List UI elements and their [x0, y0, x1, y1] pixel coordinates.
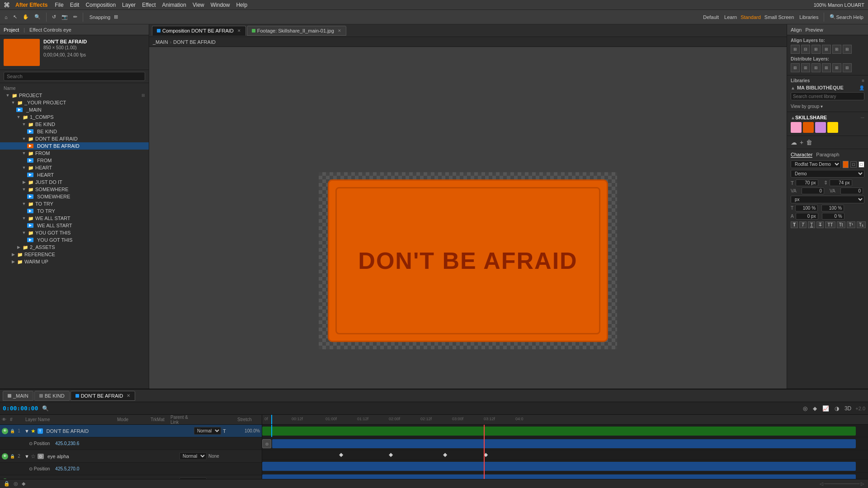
tree-item-be-kind-folder[interactable]: ▼ 📁 BE KIND — [0, 121, 149, 128]
breadcrumb-main[interactable]: _MAIN — [153, 39, 168, 45]
bold-btn[interactable]: T — [791, 221, 798, 228]
layer-row-2[interactable]: 👁 🔒 2 ▼ ☆ ⊙ eye alpha Normal None — [0, 450, 262, 463]
tree-item-we-all-start-comp[interactable]: ▶ WE ALL START — [0, 222, 149, 229]
paragraph-tab[interactable]: Paragraph — [816, 152, 839, 158]
tree-item-you-got-this-comp[interactable]: ▶ YOU GOT THIS — [0, 236, 149, 244]
swatch-yellow[interactable] — [827, 122, 838, 133]
snapping-toggle[interactable]: ⊞ — [112, 12, 120, 23]
font-color-btn1[interactable]: □ — [850, 161, 856, 168]
tl-graph-btn[interactable]: 📈 — [821, 405, 830, 412]
small-caps-btn[interactable]: Tt — [837, 221, 845, 228]
tl-search-btn[interactable]: 🔍 — [41, 405, 50, 412]
dist-btn4[interactable]: ⊞ — [822, 63, 831, 72]
menu-file[interactable]: File — [55, 2, 63, 8]
effect-controls-tab[interactable]: Effect Controls eye — [29, 27, 71, 33]
camera-tool[interactable]: 📷 — [60, 12, 70, 23]
layer-vis-2[interactable]: 👁 — [2, 453, 8, 460]
tree-item-somewhere-folder[interactable]: ▼ 📁 SOMEWHERE — [0, 186, 149, 193]
tl-status-icon1[interactable]: 🔒 — [4, 481, 10, 487]
library-search-input[interactable] — [791, 92, 864, 100]
layer-mode-1[interactable]: Normal — [194, 427, 221, 435]
preview-tab[interactable]: Preview — [805, 27, 823, 33]
font-name-select[interactable]: Rodfat Two Demo — [791, 160, 841, 168]
tl-tab-be-kind[interactable]: BE KIND — [34, 391, 70, 401]
track-bar-2[interactable] — [272, 439, 856, 448]
tree-item-heart-folder[interactable]: ▼ 📁 HEART — [0, 164, 149, 171]
tl-tab-main[interactable]: _MAIN — [3, 391, 33, 401]
project-tab[interactable]: Project — [4, 27, 19, 33]
tree-item-you-got-this-folder[interactable]: ▼ 📁 YOU GOT THIS — [0, 229, 149, 236]
swatch-purple[interactable] — [815, 122, 826, 133]
layer-mode-2[interactable]: Normal — [179, 452, 207, 460]
swatch-orange[interactable] — [803, 122, 814, 133]
breadcrumb-current[interactable]: DON'T BE AFRAID — [173, 39, 216, 45]
libraries-menu[interactable]: ≡ — [862, 78, 864, 83]
dist-btn2[interactable]: ⊞ — [801, 63, 810, 72]
menu-layer[interactable]: Layer — [122, 2, 136, 8]
tl-add-marker-btn[interactable]: ◆ — [811, 405, 818, 412]
tree-item-from-comp[interactable]: ▶ FROM — [0, 157, 149, 164]
kf-2-3[interactable]: ◆ — [443, 451, 447, 458]
layer-row-3[interactable]: 👁 🔒 3 ▼ ★ ⊙ pupil Normal Alpha — [0, 475, 262, 479]
kerning-input[interactable] — [840, 188, 863, 194]
tl-tab-dont-be-afraid[interactable]: DON'T BE AFRAID ✕ — [71, 391, 136, 401]
kf-2-1[interactable]: ◆ — [339, 451, 343, 458]
project-search-input[interactable] — [4, 72, 145, 81]
font-color-btn2[interactable]: □ — [859, 161, 864, 168]
tl-status-icon3[interactable]: ◆ — [22, 481, 25, 487]
tree-item-to-try-folder[interactable]: ▼ 📁 TO TRY — [0, 200, 149, 207]
search-help-btn[interactable]: 🔍 Search Help — [828, 12, 865, 23]
layer-row-1[interactable]: 👁 🔒 1 ▼ ★ T DON'T BE AFRAID Normal T 100… — [0, 425, 262, 437]
tl-timecode[interactable]: 0:00:00:00 — [3, 405, 38, 412]
menu-effect[interactable]: Effect — [142, 2, 156, 8]
skillshare-expand[interactable]: ▲ — [791, 115, 795, 120]
dist-btn1[interactable]: ⊞ — [791, 63, 800, 72]
tree-item-assets[interactable]: ▶ 📁 2_ASSETS — [0, 244, 149, 251]
character-tab[interactable]: Character — [791, 152, 812, 158]
align-center-v-btn[interactable]: ⊞ — [832, 45, 841, 54]
comp-tab-close[interactable]: ✕ — [237, 28, 241, 33]
lib-delete-icon[interactable]: 🗑 — [806, 139, 812, 146]
tree-item-your-project[interactable]: ▼ 📁 _YOUR PROJECT — [0, 99, 149, 106]
scale-y-input[interactable] — [821, 205, 844, 211]
rotation-tool[interactable]: ↺ — [50, 12, 58, 23]
tl-status-icon2[interactable]: ◎ — [14, 481, 18, 487]
comp-tab-dont-be-afraid[interactable]: Composition DON'T BE AFRAID ✕ — [152, 26, 246, 36]
layer-expand-2[interactable]: ▼ — [24, 454, 29, 459]
tree-item-we-all-start-folder[interactable]: ▼ 📁 WE ALL START — [0, 215, 149, 222]
tree-item-project[interactable]: ▼ 📁 PROJECT ⊞ — [0, 92, 149, 99]
tree-item-main-comp[interactable]: ▶ _MAIN — [0, 106, 149, 113]
layer-expand-1[interactable]: ▼ — [24, 428, 29, 434]
menu-help[interactable]: Help — [236, 2, 247, 8]
track-bar-4[interactable] — [262, 474, 856, 479]
scale-x-input[interactable] — [795, 205, 818, 211]
view-by-group[interactable]: View by group ▾ — [791, 104, 864, 109]
menu-composition[interactable]: Composition — [85, 2, 116, 8]
tree-item-to-try-comp[interactable]: ▶ TO TRY — [0, 207, 149, 215]
underline-btn[interactable]: T — [808, 221, 815, 228]
tree-item-somewhere-comp[interactable]: ▶ SOMEWHERE — [0, 193, 149, 200]
menu-animation[interactable]: Animation — [162, 2, 186, 8]
align-tab[interactable]: Align — [791, 27, 802, 33]
tree-item-be-kind-comp[interactable]: ▶ BE KIND — [0, 128, 149, 135]
workspace-libraries[interactable]: Libraries — [797, 12, 820, 23]
tl-motion-blur-btn[interactable]: ◑ — [833, 405, 840, 412]
unit-select[interactable]: px — [791, 196, 864, 203]
layer-star-1[interactable]: ★ — [31, 428, 36, 434]
align-center-h-btn[interactable]: ⊟ — [801, 45, 810, 54]
playhead[interactable] — [271, 415, 272, 424]
caps-btn[interactable]: TT — [825, 221, 835, 228]
align-top-btn[interactable]: ⊞ — [822, 45, 831, 54]
tree-item-just-do-it[interactable]: ▶ 📁 JUST DO IT — [0, 178, 149, 186]
layer-lock-1[interactable]: 🔒 — [10, 429, 14, 433]
tree-item-reference[interactable]: ▶ 📁 REFERENCE — [0, 251, 149, 258]
italic-btn[interactable]: T — [799, 221, 807, 228]
swatch-pink[interactable] — [791, 122, 802, 133]
font-color-swatch[interactable] — [843, 161, 849, 168]
tl-tab-dba-close[interactable]: ✕ — [127, 393, 130, 398]
tree-item-dont-be-afraid-comp[interactable]: ▶ DON'T BE AFRAID — [0, 142, 149, 150]
tree-item-comps[interactable]: ▼ 📁 1_COMPS — [0, 113, 149, 121]
tree-item-heart-comp[interactable]: ▶ HEART — [0, 171, 149, 178]
lib-add-icon[interactable]: + — [800, 139, 803, 146]
tree-item-dont-be-afraid-folder[interactable]: ▼ 📁 DON'T BE AFRAID — [0, 135, 149, 142]
